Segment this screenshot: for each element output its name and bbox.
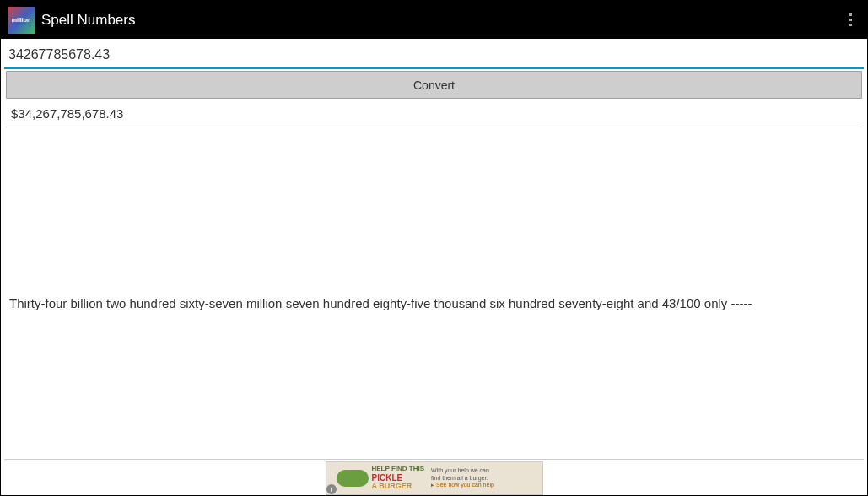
overflow-menu-icon[interactable]	[840, 3, 860, 37]
app-title: Spell Numbers	[41, 12, 840, 29]
number-input[interactable]	[4, 40, 864, 69]
convert-button[interactable]: Convert	[6, 71, 862, 99]
ad-pickle-image	[337, 470, 369, 487]
content-area: Convert $34,267,785,678.43 Thirty-four b…	[1, 39, 867, 317]
ad-right-cta: ▸ See how you can help	[431, 482, 494, 488]
ad-info-icon[interactable]: i	[326, 484, 337, 494]
spelled-output: Thirty-four billion two hundred sixty-se…	[9, 296, 859, 317]
divider	[4, 459, 864, 460]
ad-banner[interactable]: i HELP FIND THIS PICKLE A BURGER With yo…	[326, 461, 543, 495]
ad-right1: With your help we can	[431, 467, 494, 474]
ad-text-main: HELP FIND THIS PICKLE A BURGER	[372, 466, 425, 491]
titlebar: million Spell Numbers	[1, 1, 867, 39]
ad-right2: find them all a burger.	[431, 475, 494, 482]
ad-line1: HELP FIND THIS	[372, 466, 425, 473]
ad-line3: A BURGER	[372, 483, 425, 491]
formatted-output: $34,267,785,678.43	[6, 100, 862, 127]
app-icon-text: million	[12, 17, 31, 23]
app-icon: million	[8, 7, 35, 34]
ad-text-right: With your help we can find them all a bu…	[431, 467, 494, 488]
